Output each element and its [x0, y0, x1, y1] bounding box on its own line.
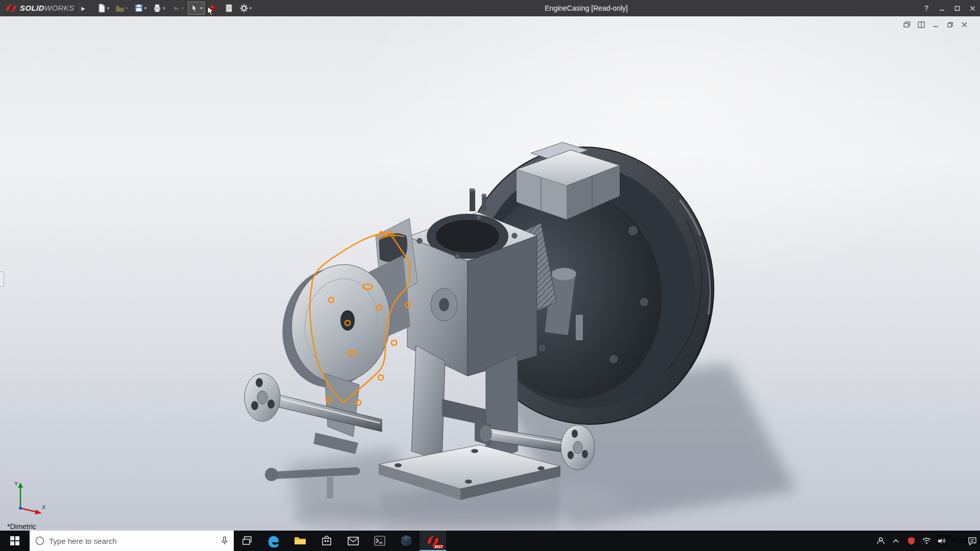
file-properties-icon	[224, 4, 233, 13]
caret-down-icon[interactable]: ▾	[144, 6, 147, 11]
gear-icon	[239, 4, 249, 13]
notification-icon	[968, 537, 977, 545]
doc-cascade-button[interactable]	[902, 20, 912, 29]
open-button[interactable]: ▾	[113, 2, 130, 15]
engine-casing-model[interactable]	[0, 16, 980, 531]
system-tray: 11:55 AM 7/13/2018	[873, 531, 980, 551]
appearance-sphere-icon	[209, 4, 218, 13]
caret-down-icon[interactable]: ▾	[200, 6, 203, 11]
brand-light: WORKS	[44, 4, 75, 12]
doc-minimize-icon	[933, 21, 939, 28]
view-orientation-label: *Dimetric	[7, 522, 36, 531]
cortana-icon	[35, 536, 45, 546]
doc-minimize-button[interactable]	[931, 20, 940, 29]
task-view-button[interactable]	[234, 531, 260, 551]
new-document-icon	[97, 4, 106, 13]
tile-windows-icon	[918, 21, 925, 28]
caret-down-icon[interactable]: ▾	[126, 6, 128, 11]
quick-access-toolbar: ▾ ▾ ▾ ▾ ▾ ▾	[95, 2, 254, 15]
task-pane-tab[interactable]	[0, 271, 4, 287]
file-properties-button[interactable]	[222, 2, 235, 15]
doc-close-icon	[961, 21, 968, 28]
close-button[interactable]	[965, 0, 980, 16]
action-center-button[interactable]	[965, 531, 980, 551]
clock-time: 11:55 AM	[936, 534, 951, 548]
wifi-icon	[922, 537, 931, 544]
edge-icon	[267, 534, 280, 547]
triad-y-label: Y	[14, 481, 18, 487]
cascade-windows-icon	[903, 21, 911, 28]
maximize-button[interactable]	[949, 0, 965, 16]
reference-triad[interactable]: Y X	[11, 479, 47, 516]
select-button[interactable]: ▾	[188, 2, 205, 15]
solidworks-logo: SOLIDWORKS	[0, 3, 79, 14]
people-icon	[876, 537, 885, 545]
print-icon	[153, 4, 162, 13]
undo-icon	[172, 4, 181, 13]
document-title: EngineCasing [Read-only]	[254, 4, 919, 12]
doc-restore-button[interactable]	[945, 20, 954, 29]
save-floppy-icon	[134, 4, 143, 13]
cad-cube-button[interactable]	[393, 531, 420, 551]
caret-down-icon[interactable]: ▾	[107, 6, 110, 11]
toolbar-expand-button[interactable]: ▶	[79, 2, 88, 14]
people-tray-button[interactable]	[873, 531, 888, 551]
appearance-button[interactable]	[207, 2, 220, 15]
ds-logo-icon	[5, 3, 17, 14]
search-input[interactable]	[49, 537, 216, 545]
command-prompt-button[interactable]	[366, 531, 393, 551]
file-explorer-icon	[294, 536, 306, 546]
command-prompt-icon	[374, 536, 385, 546]
windows-logo-icon	[10, 536, 19, 545]
tray-overflow-button[interactable]	[888, 531, 903, 551]
select-cursor-icon	[190, 4, 199, 13]
store-icon	[322, 535, 332, 546]
save-button[interactable]: ▾	[132, 2, 149, 15]
mail-icon	[348, 537, 359, 545]
cad-cube-icon	[401, 535, 412, 547]
task-view-icon	[242, 536, 252, 546]
maximize-icon	[954, 6, 960, 11]
solidworks-year-badge: 2017	[433, 545, 444, 548]
minimize-icon	[939, 6, 945, 11]
help-button[interactable]: ?	[919, 0, 934, 16]
antivirus-shield-icon	[908, 537, 915, 545]
edge-button[interactable]	[260, 531, 287, 551]
doc-close-button[interactable]	[960, 20, 969, 29]
brand-bold: SOLID	[20, 4, 44, 12]
minimize-button[interactable]	[934, 0, 949, 16]
window-controls: ?	[919, 0, 980, 16]
undo-button[interactable]: ▾	[169, 2, 186, 15]
triad-x-label: X	[42, 504, 46, 510]
titlebar: SOLIDWORKS ▶ ▾ ▾ ▾ ▾ ▾	[0, 0, 980, 16]
antivirus-tray-button[interactable]	[903, 531, 919, 551]
mail-button[interactable]	[340, 531, 366, 551]
caret-down-icon[interactable]: ▾	[163, 6, 165, 11]
taskbar-clock[interactable]: 11:55 AM 7/13/2018	[949, 531, 965, 551]
chevron-up-icon	[892, 539, 899, 543]
taskbar: 2017	[0, 531, 980, 551]
open-folder-icon	[115, 4, 125, 13]
file-explorer-button[interactable]	[287, 531, 313, 551]
taskbar-search[interactable]	[30, 531, 234, 551]
document-window-controls	[902, 20, 969, 29]
microphone-icon[interactable]	[220, 536, 229, 546]
close-icon	[970, 6, 975, 11]
store-button[interactable]	[313, 531, 340, 551]
start-button[interactable]	[0, 531, 30, 551]
caret-down-icon[interactable]: ▾	[182, 6, 184, 11]
caret-down-icon[interactable]: ▾	[250, 6, 252, 11]
network-tray-button[interactable]	[919, 531, 934, 551]
doc-tile-button[interactable]	[917, 20, 926, 29]
taskbar-apps: 2017	[234, 531, 446, 551]
solidworks-taskbar-button[interactable]: 2017	[420, 531, 446, 551]
print-button[interactable]: ▾	[151, 2, 167, 15]
doc-restore-icon	[947, 21, 953, 28]
graphics-area[interactable]: Y X *Dimetric	[0, 16, 980, 531]
new-document-button[interactable]: ▾	[95, 2, 112, 15]
options-button[interactable]: ▾	[237, 2, 254, 15]
